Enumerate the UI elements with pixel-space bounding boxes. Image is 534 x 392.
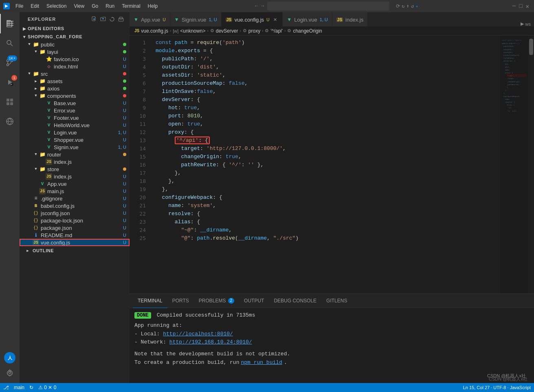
tree-item-store-index[interactable]: JS index.js U [20, 173, 130, 180]
toolbar-icon-5[interactable]: ✦ [415, 3, 418, 9]
npm-cmd[interactable]: npm run build [241, 359, 282, 367]
refresh-explorer-icon[interactable] [108, 15, 116, 23]
editor-scrollbar[interactable] [528, 35, 534, 293]
nav-forward[interactable]: → [261, 3, 264, 9]
tree-item-jsconfig[interactable]: {} jsconfig.json U [20, 209, 130, 217]
tree-item-app-vue[interactable]: V App.vue U [20, 180, 130, 187]
tab-app-vue[interactable]: ▼ App.vue U [130, 12, 170, 26]
menu-view[interactable]: View [70, 2, 88, 10]
toolbar-icon-1[interactable]: ⟳ [396, 3, 400, 9]
breadcrumb-file[interactable]: vue.config.js [141, 28, 168, 34]
menu-terminal[interactable]: Terminal [119, 2, 143, 10]
tab-output[interactable]: OUTPUT [239, 294, 269, 308]
tree-item-package-lock[interactable]: {} package-lock.json U [20, 217, 130, 224]
terminal-content[interactable]: DONE Compiled successfully in 7135ms App… [130, 308, 534, 383]
local-url[interactable]: http://localhost:8010/ [163, 331, 233, 337]
tree-item-main-js[interactable]: JS main.js U [20, 187, 130, 195]
window-minimize[interactable]: ─ [512, 3, 516, 10]
tab-vue-config[interactable]: JS vue.config.js U ✕ [222, 12, 283, 26]
bottom-panel: TERMINAL PORTS PROBLEMS 2 OUTPUT DEBUG C… [130, 293, 534, 383]
tree-item-index-html[interactable]: ◇ index.html U [20, 63, 130, 70]
tree-item-footer-vue[interactable]: V Footer.vue U [20, 114, 130, 121]
new-file-icon[interactable] [90, 15, 98, 23]
code-content[interactable]: const path = require('path') module.expo… [150, 35, 500, 293]
tree-item-public[interactable]: ▼ 📁 public [20, 41, 130, 48]
tree-item-babel[interactable]: B babel.config.js U [20, 202, 130, 209]
code-editor[interactable]: 12345 678910 1112131415 1617181920 21222… [130, 35, 534, 293]
prod-hint-text: To create a production build, run [134, 359, 239, 367]
toolbar-icon-3[interactable]: ⬆ [406, 3, 409, 9]
tree-item-shopper-vue[interactable]: V Shopper.vue U [20, 136, 130, 143]
tree-item-router-index[interactable]: JS index.js [20, 158, 130, 165]
tab-index-js[interactable]: JS index.js [332, 12, 368, 26]
tab-ports[interactable]: PORTS [167, 294, 194, 308]
activity-settings[interactable] [0, 365, 20, 380]
breadcrumb-devserver[interactable]: devServer [216, 28, 238, 34]
menu-help[interactable]: Help [145, 2, 161, 10]
user-avatar[interactable]: 人 [4, 352, 15, 363]
vue-icon: V [46, 107, 52, 114]
json-icon: {} [33, 210, 39, 216]
activity-explorer[interactable] [0, 14, 20, 33]
tab-debug-console[interactable]: DEBUG CONSOLE [269, 294, 321, 308]
tree-item-vue-config[interactable]: JS vue.config.js U [20, 239, 130, 246]
tree-item-error-vue[interactable]: V Error.vue U [20, 107, 130, 114]
tab-close-button[interactable]: ✕ [272, 16, 278, 23]
toolbar-icon-2[interactable]: ↻ [402, 3, 404, 9]
breadcrumb-proxy[interactable]: proxy [248, 28, 260, 34]
tree-item-assets[interactable]: ▶ 📁 assets [20, 77, 130, 85]
tab-login-vue[interactable]: ▼ Login.vue 1, U [283, 12, 332, 26]
menu-run[interactable]: Run [102, 2, 118, 10]
tab-signin-vue[interactable]: ▼ Signin.vue 1, U [170, 12, 222, 26]
activity-run[interactable]: 1 [0, 73, 20, 92]
new-folder-icon[interactable] [99, 15, 107, 23]
outline-section[interactable]: ▶ OUTLINE [20, 246, 130, 255]
tab-terminal[interactable]: TERMINAL [133, 294, 167, 308]
problems-label: PROBLEMS [199, 298, 226, 304]
breadcrumb-changeorigin[interactable]: changeOrigin [293, 28, 322, 34]
git-badge: U [123, 211, 130, 216]
network-url[interactable]: http://192.168.10.24:8010/ [169, 339, 252, 345]
tree-label: jsconfig.json [41, 210, 123, 216]
activity-source-control[interactable]: 1K+ [0, 53, 20, 73]
window-close[interactable]: ✕ [526, 3, 529, 10]
tree-item-gitignore[interactable]: ≡ .gitignore U [20, 195, 130, 202]
code-line-13: '^/api': { [156, 137, 500, 145]
tree-item-package[interactable]: {} package.json U [20, 224, 130, 231]
open-editors-section[interactable]: ▶ OPEN EDITORS [20, 24, 130, 33]
collapse-folders-icon[interactable] [117, 15, 125, 23]
tab-problems[interactable]: PROBLEMS 2 [194, 294, 239, 308]
breadcrumb-api[interactable]: '^/api' [270, 28, 283, 34]
breadcrumb-unknown[interactable]: <unknown> [180, 28, 205, 34]
tree-item-axios[interactable]: ▶ 📁 axios [20, 85, 130, 92]
tree-item-favicon[interactable]: ⭐ favicon.ico U [20, 55, 130, 63]
menu-edit[interactable]: Edit [27, 2, 42, 10]
tree-item-base-vue[interactable]: V Base.vue U [20, 99, 130, 107]
status-position[interactable]: Ln 15, Col 27 · UTF-8 · JavaScript [463, 385, 531, 390]
nav-back[interactable]: ← [255, 3, 258, 9]
tree-item-helloworld-vue[interactable]: V HelloWorld.vue U [20, 121, 130, 129]
ws-panel: ▶ ws [517, 21, 534, 26]
menu-file[interactable]: File [12, 2, 26, 10]
window-maximize[interactable]: □ [519, 3, 522, 10]
project-section[interactable]: ▼ SHOPPING_CAR_FORE [20, 33, 130, 41]
tree-item-layui[interactable]: ▼ 📁 layui [20, 48, 130, 55]
tree-item-login-vue[interactable]: V Login.vue 1, U [20, 129, 130, 136]
error-count[interactable]: ⚠ 0 ✕ 0 [38, 385, 56, 390]
menu-go[interactable]: Go [88, 2, 101, 10]
code-line-16: pathRewrite: { '^/': '' }, [156, 161, 500, 169]
tree-item-components[interactable]: ▼ 📁 components [20, 92, 130, 99]
tree-item-router[interactable]: ▼ 📁 router [20, 151, 130, 158]
tree-item-readme[interactable]: ℹ README.md U [20, 231, 130, 239]
tree-item-signin-vue[interactable]: V Signin.vue 1, U [20, 143, 130, 151]
svg-rect-8 [10, 99, 13, 101]
tree-item-src[interactable]: ▼ 📁 src [20, 70, 130, 77]
activity-search[interactable] [0, 33, 20, 53]
menu-selection[interactable]: Selection [43, 2, 70, 10]
tree-item-store[interactable]: ▼ 📁 store [20, 165, 130, 173]
toolbar-icon-4[interactable]: ↺ [411, 3, 414, 9]
git-branch-name[interactable]: main [14, 385, 24, 390]
activity-extensions[interactable] [0, 92, 20, 112]
tab-gitlens[interactable]: GITLENS [321, 294, 352, 308]
activity-remote[interactable] [0, 112, 20, 131]
